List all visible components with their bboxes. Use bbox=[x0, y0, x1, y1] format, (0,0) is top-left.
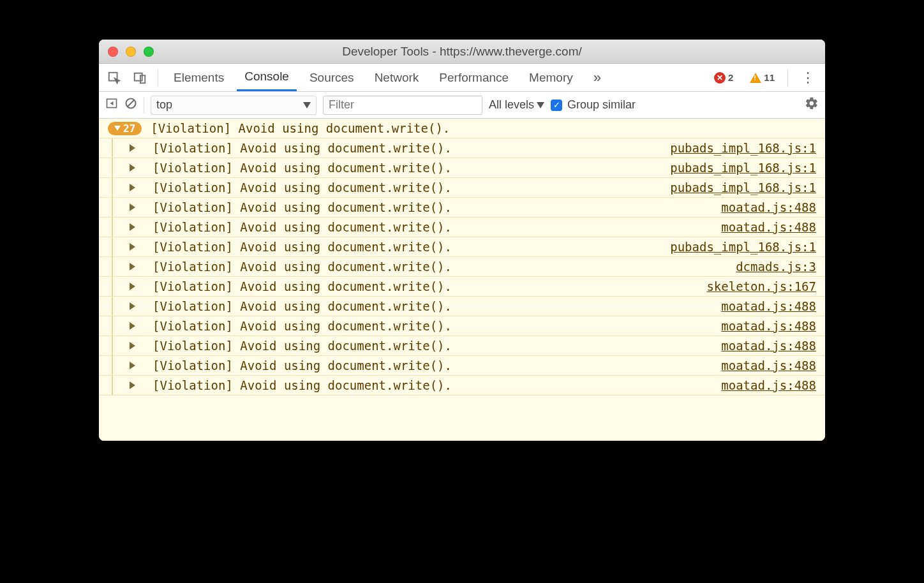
group-gutter bbox=[112, 257, 113, 276]
expand-icon[interactable] bbox=[130, 283, 135, 290]
tab-memory[interactable]: Memory bbox=[521, 64, 581, 91]
devtools-window: Developer Tools - https://www.theverge.c… bbox=[99, 40, 825, 441]
console-row[interactable]: [Violation] Avoid using document.write()… bbox=[99, 356, 825, 376]
group-similar-label: Group similar bbox=[567, 98, 636, 112]
row-message: [Violation] Avoid using document.write()… bbox=[137, 358, 721, 373]
console-output: 27 [Violation] Avoid using document.writ… bbox=[99, 119, 825, 441]
expand-icon[interactable] bbox=[130, 381, 135, 389]
row-message: [Violation] Avoid using document.write()… bbox=[137, 181, 670, 195]
source-link[interactable]: moatad.js:488 bbox=[721, 358, 816, 373]
source-link[interactable]: pubads_impl_168.js:1 bbox=[670, 141, 816, 155]
source-link[interactable]: skeleton.js:167 bbox=[706, 279, 816, 293]
tab-elements[interactable]: Elements bbox=[166, 64, 232, 91]
console-row[interactable]: [Violation] Avoid using document.write()… bbox=[99, 336, 825, 356]
svg-line-5 bbox=[128, 100, 134, 107]
console-row[interactable]: [Violation] Avoid using document.write()… bbox=[99, 277, 825, 297]
clear-console-icon[interactable] bbox=[124, 97, 137, 113]
expand-icon[interactable] bbox=[130, 223, 135, 231]
context-selector[interactable]: top bbox=[151, 96, 317, 115]
console-row[interactable]: [Violation] Avoid using document.write()… bbox=[99, 316, 825, 336]
group-count-badge: 27 bbox=[108, 122, 142, 135]
console-group-header[interactable]: 27 [Violation] Avoid using document.writ… bbox=[99, 119, 825, 138]
expand-icon[interactable] bbox=[130, 263, 135, 270]
expand-icon[interactable] bbox=[130, 342, 135, 350]
separator bbox=[787, 69, 788, 87]
group-gutter bbox=[112, 376, 113, 395]
tab-network[interactable]: Network bbox=[367, 64, 427, 91]
device-toggle-icon[interactable] bbox=[130, 68, 150, 88]
titlebar: Developer Tools - https://www.theverge.c… bbox=[99, 40, 825, 64]
tabs-overflow[interactable]: » bbox=[586, 64, 609, 91]
console-row[interactable]: [Violation] Avoid using document.write()… bbox=[99, 198, 825, 218]
levels-label: All levels bbox=[489, 98, 534, 112]
console-row[interactable]: [Violation] Avoid using document.write()… bbox=[99, 237, 825, 257]
warning-count[interactable]: 11 bbox=[750, 72, 775, 83]
row-message: [Violation] Avoid using document.write()… bbox=[137, 200, 721, 214]
error-count[interactable]: ✕ 2 bbox=[714, 72, 733, 84]
source-link[interactable]: moatad.js:488 bbox=[721, 299, 816, 313]
svg-rect-1 bbox=[135, 73, 142, 80]
row-message: [Violation] Avoid using document.write()… bbox=[137, 141, 670, 155]
checkbox-checked-icon: ✓ bbox=[551, 100, 562, 111]
group-gutter bbox=[112, 138, 113, 158]
row-message: [Violation] Avoid using document.write()… bbox=[137, 260, 736, 274]
warning-count-value: 11 bbox=[764, 72, 775, 83]
source-link[interactable]: moatad.js:488 bbox=[721, 220, 816, 234]
expand-icon[interactable] bbox=[130, 144, 135, 152]
show-console-sidebar-icon[interactable] bbox=[105, 97, 118, 113]
row-message: [Violation] Avoid using document.write()… bbox=[137, 378, 721, 392]
chevron-down-icon bbox=[537, 102, 544, 108]
group-gutter bbox=[112, 277, 113, 296]
row-message: [Violation] Avoid using document.write()… bbox=[137, 319, 721, 333]
expand-icon[interactable] bbox=[130, 243, 135, 251]
error-icon: ✕ bbox=[714, 72, 726, 84]
warning-icon bbox=[750, 73, 761, 83]
console-row[interactable]: [Violation] Avoid using document.write()… bbox=[99, 138, 825, 158]
tab-performance[interactable]: Performance bbox=[431, 64, 516, 91]
group-message: [Violation] Avoid using document.write()… bbox=[151, 121, 450, 135]
filter-input[interactable] bbox=[323, 96, 482, 115]
source-link[interactable]: pubads_impl_168.js:1 bbox=[670, 181, 816, 195]
expand-icon[interactable] bbox=[130, 322, 135, 330]
group-gutter bbox=[112, 297, 113, 316]
expand-icon[interactable] bbox=[130, 203, 135, 211]
group-gutter bbox=[112, 356, 113, 375]
tab-console[interactable]: Console bbox=[237, 64, 297, 91]
expand-icon[interactable] bbox=[130, 302, 135, 310]
console-row[interactable]: [Violation] Avoid using document.write()… bbox=[99, 257, 825, 277]
tab-sources[interactable]: Sources bbox=[302, 64, 362, 91]
group-gutter bbox=[112, 336, 113, 355]
source-link[interactable]: pubads_impl_168.js:1 bbox=[670, 240, 816, 254]
row-message: [Violation] Avoid using document.write()… bbox=[137, 220, 721, 234]
group-gutter bbox=[112, 316, 113, 336]
expand-icon[interactable] bbox=[130, 362, 135, 369]
tabbar: Elements Console Sources Network Perform… bbox=[99, 64, 825, 92]
console-row[interactable]: [Violation] Avoid using document.write()… bbox=[99, 218, 825, 237]
source-link[interactable]: pubads_impl_168.js:1 bbox=[670, 161, 816, 175]
console-toolbar: top All levels ✓ Group similar bbox=[99, 92, 825, 119]
source-link[interactable]: dcmads.js:3 bbox=[736, 260, 816, 274]
kebab-menu-icon[interactable]: ⋮ bbox=[796, 70, 820, 86]
row-message: [Violation] Avoid using document.write()… bbox=[137, 299, 721, 313]
group-similar-toggle[interactable]: ✓ Group similar bbox=[551, 98, 636, 112]
expand-icon[interactable] bbox=[130, 164, 135, 172]
source-link[interactable]: moatad.js:488 bbox=[721, 319, 816, 333]
row-message: [Violation] Avoid using document.write()… bbox=[137, 279, 706, 293]
svg-rect-2 bbox=[140, 75, 145, 83]
settings-icon[interactable] bbox=[805, 96, 819, 114]
console-row[interactable]: [Violation] Avoid using document.write()… bbox=[99, 178, 825, 198]
context-value: top bbox=[156, 98, 172, 112]
group-gutter bbox=[112, 237, 113, 256]
expand-icon[interactable] bbox=[130, 184, 135, 191]
console-row[interactable]: [Violation] Avoid using document.write()… bbox=[99, 376, 825, 395]
inspect-icon[interactable] bbox=[104, 68, 124, 88]
console-row[interactable]: [Violation] Avoid using document.write()… bbox=[99, 297, 825, 316]
source-link[interactable]: moatad.js:488 bbox=[721, 200, 816, 214]
chevron-down-icon bbox=[303, 102, 311, 108]
source-link[interactable]: moatad.js:488 bbox=[721, 378, 816, 392]
console-row[interactable]: [Violation] Avoid using document.write()… bbox=[99, 158, 825, 178]
group-gutter bbox=[112, 158, 113, 177]
source-link[interactable]: moatad.js:488 bbox=[721, 339, 816, 353]
log-levels[interactable]: All levels bbox=[489, 98, 544, 112]
separator bbox=[158, 69, 158, 87]
